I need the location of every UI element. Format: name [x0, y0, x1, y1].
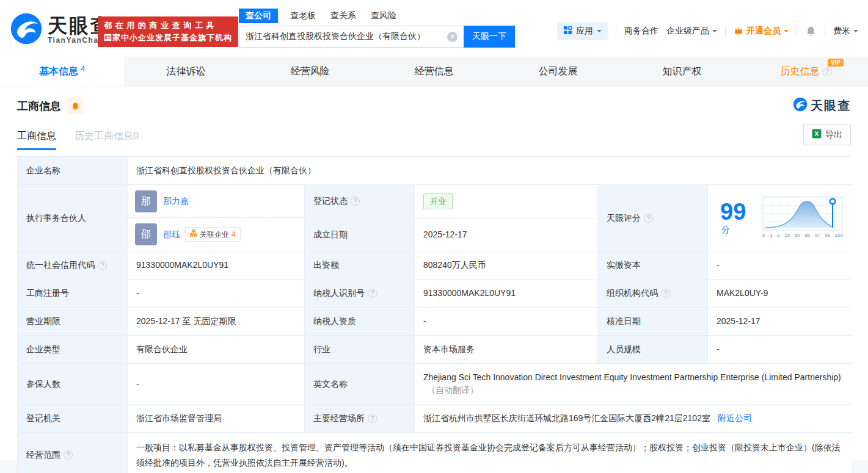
apps-label: 应用 — [576, 26, 593, 37]
insured-label: 参保人数 — [18, 364, 128, 405]
divider — [825, 26, 825, 36]
help-icon[interactable]: ? — [823, 67, 832, 76]
org-chart-icon — [190, 229, 197, 240]
enterprise-label: 企业级产品 — [666, 26, 709, 37]
clear-search-icon[interactable]: ✕ — [447, 32, 458, 42]
avatar: 邵 — [135, 223, 157, 245]
tab-label: 公司发展 — [539, 65, 578, 78]
tab-company-development[interactable]: 公司发展 — [496, 57, 620, 87]
establish-date-value: 2025-12-17 — [415, 218, 598, 252]
tab-basic-info[interactable]: 基本信息 4 — [0, 57, 124, 87]
tab-history-info[interactable]: VIP 历史信息 ? — [744, 57, 868, 87]
help-icon[interactable]: ? — [64, 450, 73, 460]
partner-row: 那 那力嘉 — [128, 185, 304, 218]
help-icon[interactable]: ? — [351, 197, 360, 206]
reg-number-value: - — [128, 280, 305, 308]
partner-name-link[interactable]: 那力嘉 — [163, 195, 189, 208]
subscribe-bell-icon[interactable] — [67, 98, 83, 114]
tab-legal-proceedings[interactable]: 法律诉讼 — [124, 57, 248, 87]
nav-vip-membership[interactable]: 开通会员 — [734, 26, 789, 37]
search-tab-relation[interactable]: 查关系 — [330, 10, 356, 21]
crown-icon — [734, 26, 743, 37]
tab-label: 基本信息 — [39, 65, 78, 78]
executive-partner-cell: 那 那力嘉 邵 邵珏 关联企业 4 — [128, 185, 305, 251]
capital-label: 出资额 — [305, 251, 415, 280]
approval-date-value: 2025-12-17 — [708, 308, 852, 336]
user-account-menu[interactable]: 费米 — [833, 26, 858, 37]
nav-business-cooperation[interactable]: 商务合作 — [624, 26, 658, 37]
tab-count: 4 — [81, 64, 85, 73]
industry-value: 资本市场服务 — [415, 336, 598, 364]
tab-label: 法律诉讼 — [167, 65, 206, 78]
address-value: 浙江省杭州市拱墅区长庆街道环城北路169号汇金国际大厦西2幢21层2102室 附… — [415, 405, 852, 433]
reg-authority-value: 浙江省市场监督管理局 — [128, 405, 305, 433]
paid-capital-value: - — [708, 251, 852, 280]
help-icon[interactable]: ? — [368, 289, 377, 298]
help-icon[interactable]: ? — [98, 261, 107, 270]
score-number: 99分 — [720, 200, 754, 236]
company-name-label: 企业名称 — [18, 157, 128, 185]
nearby-companies-link[interactable]: 附近公司 — [718, 412, 752, 425]
help-icon[interactable]: ? — [644, 214, 653, 223]
establish-date-label: 成立日期 — [305, 218, 415, 252]
tianyancha-logo-icon — [793, 97, 808, 114]
reg-authority-label: 登记机关 — [18, 405, 128, 433]
auto-translate-note: （自动翻译） — [427, 385, 478, 395]
search-input[interactable] — [246, 32, 447, 42]
help-icon[interactable]: ? — [368, 414, 377, 423]
partner-row: 邵 邵珏 关联企业 4 — [128, 218, 304, 251]
english-name-value: Zhejiang Sci Tech Innovation Direct Inve… — [415, 364, 852, 405]
search-tab-boss[interactable]: 查老板 — [290, 10, 316, 21]
tab-operating-info[interactable]: 经营信息 — [372, 57, 496, 87]
approval-date-label: 核准日期 — [598, 308, 708, 336]
partner-name-link[interactable]: 邵珏 — [163, 228, 180, 241]
subtab-business-info[interactable]: 工商信息 — [17, 130, 56, 150]
credit-code-label: 统一社会信用代码? — [18, 251, 128, 280]
main-tabbar: 基本信息 4 法律诉讼 经营风险 经营信息 公司发展 知识产权 VIP 历史信息… — [0, 57, 868, 87]
search-input-wrap: ✕ — [239, 26, 464, 48]
tab-label: 知识产权 — [663, 65, 702, 78]
reg-number-label: 工商注册号 — [18, 280, 128, 308]
page: 天眼查 TianYanCha.com 都 在 用 的 商 业 查 询 工 具 国… — [0, 0, 868, 460]
tab-operating-risk[interactable]: 经营风险 — [248, 57, 372, 87]
export-button[interactable]: 导出 — [803, 124, 851, 145]
search-tab-company[interactable]: 查公司 — [239, 9, 278, 23]
taxpayer-id-value: 91330000MAK2L0UY91 — [415, 280, 598, 308]
search-area: 查公司 查老板 查关系 查风险 ✕ 天眼一下 — [239, 8, 515, 48]
divider — [725, 26, 726, 36]
company-name-value: 浙江省科创直投股权投资合伙企业（有限合伙） — [128, 157, 852, 185]
score-axis-ticks: 0131550859799100 — [762, 232, 843, 239]
avatar: 那 — [135, 190, 157, 212]
tab-label: 历史信息 — [781, 65, 820, 78]
tab-intellectual-property[interactable]: 知识产权 — [620, 57, 744, 87]
chevron-down-icon — [853, 30, 858, 35]
excel-icon — [812, 129, 822, 140]
score-curve — [762, 197, 843, 231]
score-label: 天眼评分? — [598, 185, 708, 251]
business-term-value: 2025-12-17 至 无固定期限 — [128, 308, 305, 336]
org-code-value: MAK2L0UY-9 — [708, 280, 852, 308]
slogan-line2: 国家中小企业发展子基金旗下机构 — [104, 32, 232, 44]
search-button[interactable]: 天眼一下 — [464, 26, 515, 48]
tianyancha-logo-icon — [10, 12, 43, 48]
vip-badge: VIP — [828, 59, 844, 67]
subtab-history-business-info[interactable]: 历史工商信息0 — [75, 130, 139, 150]
company-type-label: 企业类型 — [18, 336, 128, 364]
capital-value: 808240万人民币 — [415, 251, 598, 280]
watermark-text: 天眼查 — [811, 98, 851, 114]
chevron-down-icon — [784, 30, 789, 35]
help-icon[interactable]: ? — [661, 289, 670, 298]
notifications-bell-icon[interactable] — [805, 26, 817, 37]
tab-label: 经营信息 — [415, 65, 454, 78]
apps-menu[interactable]: 应用 — [557, 22, 608, 40]
nav-enterprise-products[interactable]: 企业级产品 — [666, 26, 717, 37]
related-companies-badge[interactable]: 关联企业 4 — [185, 227, 241, 242]
score-distribution-chart: 0131550859799100 — [762, 197, 843, 239]
search-tab-risk[interactable]: 查风险 — [371, 10, 396, 21]
score-value-cell: 99分 0131550859799100 — [708, 185, 852, 251]
company-type-value: 有限合伙企业 — [128, 336, 305, 364]
business-info-table: 企业名称 浙江省科创直投股权投资合伙企业（有限合伙） 执行事务合伙人 那 那力嘉… — [17, 156, 851, 473]
status-badge: 开业 — [423, 193, 453, 209]
slogan-banner: 都 在 用 的 商 业 查 询 工 具 国家中小企业发展子基金旗下机构 — [98, 16, 238, 47]
business-scope-label: 经营范围? — [18, 433, 128, 473]
